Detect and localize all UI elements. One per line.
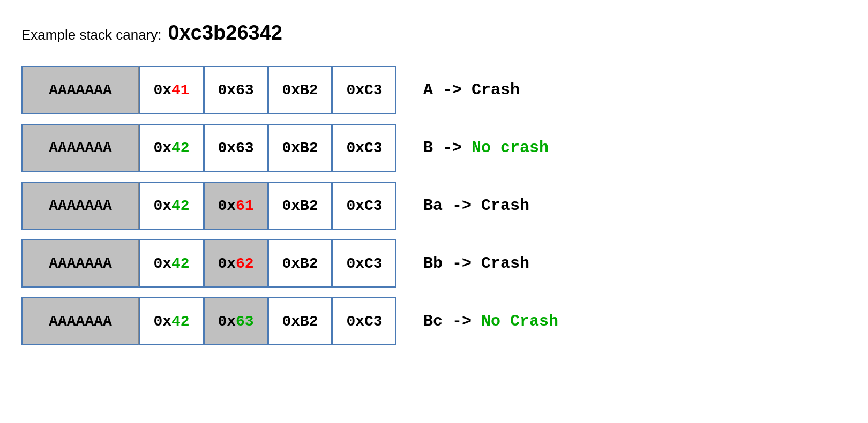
cell-part: 0x	[153, 313, 171, 330]
result-label: Ba -> Crash	[423, 197, 529, 215]
cell-0-3: 0xB2	[268, 66, 332, 114]
cell-part: 0x	[218, 198, 236, 214]
cell-1-0: AAAAAAA	[21, 124, 139, 172]
cell-4-2: 0x63	[204, 297, 268, 345]
cell-0-2: 0x63	[204, 66, 268, 114]
cell-0-1: 0x41	[139, 66, 204, 114]
cell-2-1: 0x42	[139, 182, 204, 230]
cell-4-1: 0x42	[139, 297, 204, 345]
cell-part: 42	[171, 198, 190, 214]
header-value: 0xc3b26342	[168, 21, 282, 44]
result-prefix: A ->	[423, 81, 472, 99]
cell-1-1: 0x42	[139, 124, 204, 172]
result-text: Crash	[481, 197, 529, 215]
cell-part: 0x	[153, 198, 171, 214]
result-label: Bb -> Crash	[423, 254, 529, 273]
cell-3-2: 0x62	[204, 239, 268, 288]
cell-0-0: AAAAAAA	[21, 66, 139, 114]
cell-3-4: 0xC3	[332, 239, 396, 288]
cell-part: 63	[236, 313, 254, 330]
cell-4-0: AAAAAAA	[21, 297, 139, 345]
cell-part: 42	[171, 140, 190, 156]
cell-part: 62	[236, 255, 254, 272]
cell-2-3: 0xB2	[268, 182, 332, 230]
cell-3-1: 0x42	[139, 239, 204, 288]
header: Example stack canary: 0xc3b26342	[21, 21, 847, 44]
cell-2-2: 0x61	[204, 182, 268, 230]
canary-table: AAAAAAA0x420x630xB20xC3	[21, 124, 396, 172]
result-text: No crash	[472, 139, 549, 157]
cell-part: 0x	[218, 255, 236, 272]
table-row: AAAAAAA0x420x610xB20xC3Ba -> Crash	[21, 182, 847, 230]
result-text: Crash	[472, 81, 520, 99]
result-label: A -> Crash	[423, 81, 520, 99]
result-text: Crash	[481, 254, 529, 273]
cell-part: 42	[171, 255, 190, 272]
cell-part: 41	[171, 82, 190, 99]
table-row: AAAAAAA0x420x620xB20xC3Bb -> Crash	[21, 239, 847, 288]
cell-1-2: 0x63	[204, 124, 268, 172]
result-prefix: Bc ->	[423, 312, 481, 330]
result-label: Bc -> No Crash	[423, 312, 558, 330]
cell-4-4: 0xC3	[332, 297, 396, 345]
cell-2-4: 0xC3	[332, 182, 396, 230]
result-label: B -> No crash	[423, 139, 549, 157]
cell-3-0: AAAAAAA	[21, 239, 139, 288]
canary-table: AAAAAAA0x420x620xB20xC3	[21, 239, 396, 288]
cell-4-3: 0xB2	[268, 297, 332, 345]
result-prefix: B ->	[423, 139, 472, 157]
cell-2-0: AAAAAAA	[21, 182, 139, 230]
result-text: No Crash	[481, 312, 558, 330]
canary-table: AAAAAAA0x420x630xB20xC3	[21, 297, 396, 345]
cell-part: 61	[236, 198, 254, 214]
cell-part: 0x	[153, 255, 171, 272]
header-label: Example stack canary:	[21, 27, 162, 43]
cell-part: 0x	[153, 140, 171, 156]
table-row: AAAAAAA0x420x630xB20xC3B -> No crash	[21, 124, 847, 172]
canary-table: AAAAAAA0x420x610xB20xC3	[21, 182, 396, 230]
cell-1-3: 0xB2	[268, 124, 332, 172]
cell-part: 0x	[218, 313, 236, 330]
cell-1-4: 0xC3	[332, 124, 396, 172]
result-prefix: Bb ->	[423, 254, 481, 273]
cell-0-4: 0xC3	[332, 66, 396, 114]
rows-container: AAAAAAA0x410x630xB20xC3A -> CrashAAAAAAA…	[21, 66, 847, 345]
result-prefix: Ba ->	[423, 197, 481, 215]
table-row: AAAAAAA0x420x630xB20xC3Bc -> No Crash	[21, 297, 847, 345]
cell-3-3: 0xB2	[268, 239, 332, 288]
cell-part: 0x	[153, 82, 171, 99]
canary-table: AAAAAAA0x410x630xB20xC3	[21, 66, 396, 114]
cell-part: 42	[171, 313, 190, 330]
table-row: AAAAAAA0x410x630xB20xC3A -> Crash	[21, 66, 847, 114]
